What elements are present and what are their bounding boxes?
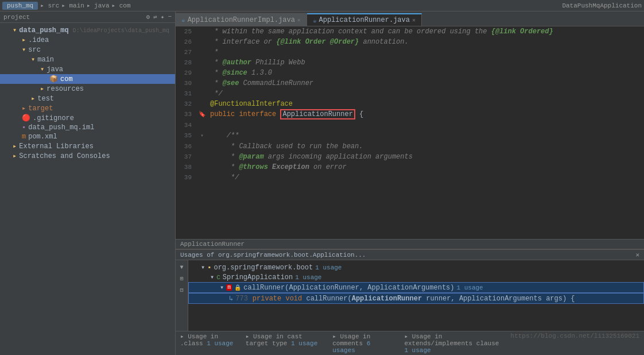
sidebar-icons: ⚙ ⇌ ✦ −	[146, 13, 172, 21]
arrow-method: ▾	[220, 283, 224, 292]
lock-icon: 🔒	[234, 284, 241, 291]
code-line-31: 31 */	[176, 88, 644, 99]
pkg-label: org.springframework.boot	[214, 264, 313, 272]
fold-icon[interactable]: ▾	[200, 131, 204, 141]
code-line-29: 29 * @since 1.3.0	[176, 68, 644, 78]
method-label: callRunner(ApplicationRunner, Applicatio…	[243, 284, 454, 292]
sidebar-item-gitignore[interactable]: 🔴 .gitignore	[0, 113, 175, 123]
code-line-32: 32 @FunctionalInterface	[176, 99, 644, 109]
usage-tree: ▾ ▪ org.springframework.boot 1 usage ▾ C…	[188, 260, 644, 331]
expand-arrow-2[interactable]: ▸	[246, 333, 250, 340]
bottom-status: ▸ Usage in .class 1 usage ▸ Usage in cas…	[176, 331, 644, 355]
code-line-content: private void callRunner(ApplicationRunne…	[253, 295, 575, 303]
top-tab-src[interactable]: ▸ src	[40, 2, 59, 9]
sidebar-item-scratches[interactable]: ▸ Scratches and Consoles	[0, 151, 175, 161]
bottom-panel-header: Usages of org.springframework.boot.Appli…	[176, 250, 644, 260]
top-bar: push_mq ▸ src ▸ main ▸ java ▸ com DataPu…	[0, 0, 644, 11]
close-icon[interactable]: −	[168, 13, 172, 21]
sidebar-item-iml[interactable]: ▪ data_push_mq.iml	[0, 123, 175, 132]
top-tab-push_mq[interactable]: push_mq	[2, 2, 38, 10]
expand-arrow-1[interactable]: ▸	[180, 333, 184, 340]
code-line-30: 30 * @see CommandLineRunner	[176, 78, 644, 88]
code-line-33: 33 🔖 public interface ApplicationRunner …	[176, 109, 644, 120]
sidebar-item-pom[interactable]: m pom.xml	[0, 132, 175, 141]
bottom-panel-content: ▼ ⊞ ⊟ ▾ ▪ org.springframework.boot 1 usa…	[176, 260, 644, 331]
content-area: ☕ ApplicationRunnerImpl.java ✕ ☕ Applica…	[176, 11, 644, 355]
bottom-panel-close[interactable]: ✕	[635, 251, 639, 258]
java-file-icon: ☕	[181, 16, 185, 24]
scratches-label: Scratches and Consoles	[19, 152, 110, 160]
usage-item-class[interactable]: ▾ C SpringApplication 1 usage	[188, 272, 644, 282]
settings-icon[interactable]: ⚙	[146, 13, 150, 21]
code-line-39: 39 */	[176, 172, 644, 183]
tab-runner-label: ApplicationRunner.java	[319, 16, 410, 24]
bottom-left-gutter: ▼ ⊞ ⊟	[176, 260, 188, 331]
sidebar-item-test[interactable]: ▸ test	[0, 94, 175, 103]
tab-runner-close[interactable]: ✕	[412, 17, 416, 24]
code-line-28: 28 * @author Phillip Webb	[176, 57, 644, 68]
status-item-4: ▸ Usage in extends/implements clause 1 u…	[404, 333, 499, 354]
sidebar-item-target[interactable]: ▸ target	[0, 103, 175, 113]
main-layout: project ⚙ ⇌ ✦ − ▾ data_push_mq D:\ideaPr…	[0, 11, 644, 355]
top-tab-main[interactable]: ▸ main	[61, 2, 84, 9]
sidebar-tree: ▾ data_push_mq D:\ideaProjects\data_push…	[0, 23, 175, 355]
sidebar-item-java[interactable]: ▾ java	[0, 64, 175, 74]
code-line-38: 38 * @throws Exception on error	[176, 162, 644, 172]
layout-icon[interactable]: ⇌	[153, 13, 157, 21]
arrow-pkg: ▾	[201, 263, 205, 272]
status-item-2: ▸ Usage in cast target type 1 usage	[246, 333, 321, 354]
code-line-37: 37 * @param args incoming application ar…	[176, 152, 644, 162]
sidebar-header: project ⚙ ⇌ ✦ −	[0, 11, 175, 23]
code-lines: 25 * within the same application context…	[176, 26, 644, 239]
filter-icon[interactable]: ▼	[177, 263, 187, 272]
code-line-27: 27 *	[176, 47, 644, 57]
sidebar-item-external-libraries[interactable]: ▸ External Libraries	[0, 141, 175, 151]
code-line-35: 35 ▾ /**	[176, 130, 644, 141]
method-icon: m	[226, 284, 232, 291]
arrow-class: ▾	[210, 273, 214, 281]
usage-item-code[interactable]: ↳ 773 private void callRunner(Applicatio…	[188, 293, 644, 304]
bottom-panel-title: Usages of org.springframework.boot.Appli…	[180, 252, 366, 258]
java-file-icon2: ☕	[313, 17, 317, 24]
sidebar-item-resources[interactable]: ▸ resources	[0, 84, 175, 94]
sidebar-item-src[interactable]: ▾ src	[0, 45, 175, 55]
tree-project-root[interactable]: ▾ data_push_mq D:\ideaProjects\data_push…	[0, 25, 175, 35]
tab-impl[interactable]: ☕ ApplicationRunnerImpl.java ✕	[176, 13, 307, 26]
usage-item-method[interactable]: ▾ m 🔒 callRunner(ApplicationRunner, Appl…	[188, 282, 644, 293]
sidebar-item-com[interactable]: 📦 com	[0, 74, 175, 84]
collapse-icon[interactable]: ⊟	[177, 285, 187, 295]
sidebar: project ⚙ ⇌ ✦ − ▾ data_push_mq D:\ideaPr…	[0, 11, 176, 355]
project-root-label: data_push_mq D:\ideaProjects\data_push_m…	[19, 26, 169, 34]
usage-item-pkg[interactable]: ▾ ▪ org.springframework.boot 1 usage	[188, 263, 644, 272]
editor-breadcrumb: ApplicationRunner	[176, 239, 644, 249]
class-name-highlighted: ApplicationRunner	[280, 109, 355, 119]
code-line-34: 34	[176, 120, 644, 130]
line-number-ref: 773	[235, 295, 248, 303]
code-line-25: 25 * within the same application context…	[176, 26, 644, 37]
expand-arrow-4[interactable]: ▸	[404, 333, 408, 340]
expand-arrow-3[interactable]: ▸	[332, 333, 336, 340]
bottom-panel: Usages of org.springframework.boot.Appli…	[176, 249, 644, 355]
sidebar-item-main[interactable]: ▾ main	[0, 55, 175, 64]
code-line-26: 26 * interface or {@link Order @Order} a…	[176, 37, 644, 47]
class-label: SpringApplication	[223, 273, 293, 281]
sidebar-item-idea[interactable]: ▸ .idea	[0, 35, 175, 45]
code-editor: 25 * within the same application context…	[176, 26, 644, 249]
class-icon: C	[216, 274, 220, 281]
expand-icon[interactable]: ⊞	[177, 274, 187, 283]
code-line-36: 36 * Callback used to run the bean.	[176, 141, 644, 152]
gear-icon[interactable]: ✦	[161, 13, 165, 21]
top-bar-right-label: DataPushMqApplication	[562, 2, 642, 9]
tab-runner[interactable]: ☕ ApplicationRunner.java ✕	[307, 13, 422, 26]
sidebar-title: project	[3, 14, 30, 21]
tab-impl-label: ApplicationRunnerImpl.java	[188, 16, 295, 24]
top-tab-com[interactable]: ▸ com	[112, 2, 131, 9]
tab-impl-close[interactable]: ✕	[297, 17, 301, 24]
usage-arrow: ↳	[229, 294, 233, 303]
editor-tabs: ☕ ApplicationRunnerImpl.java ✕ ☕ Applica…	[176, 11, 644, 26]
watermark: https://blog.csdn.net/li1325169021	[511, 333, 639, 354]
status-item-1: ▸ Usage in .class 1 usage	[180, 333, 234, 354]
package-icon: ▪	[207, 264, 211, 272]
top-tab-java[interactable]: ▸ java	[87, 2, 110, 9]
status-item-3: ▸ Usage in comments 6 usages	[332, 333, 393, 354]
